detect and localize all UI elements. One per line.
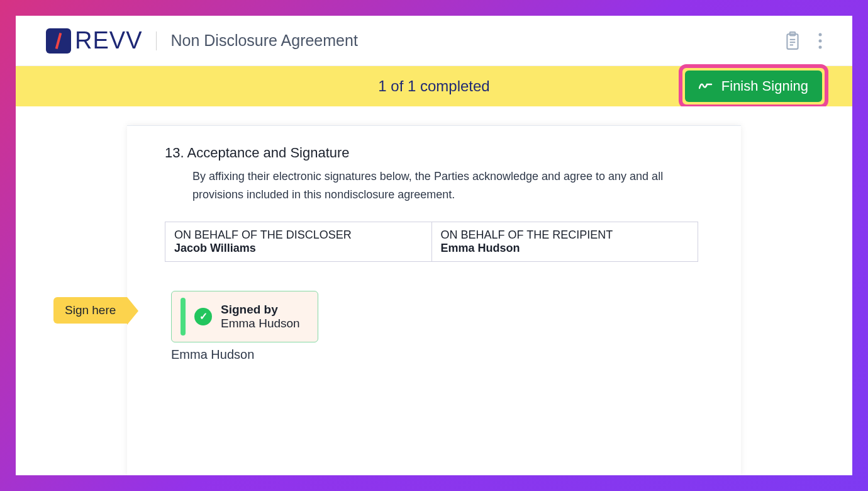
signature-area: Sign here ✓ Signed by Emma Hudson Emma H… — [165, 291, 697, 362]
discloser-cell: ON BEHALF OF THE DISCLOSER Jacob William… — [165, 222, 432, 261]
header: REVV Non Disclosure Agreement — [16, 16, 852, 66]
header-left: REVV Non Disclosure Agreement — [46, 27, 358, 54]
finish-button-highlight: Finish Signing — [679, 64, 828, 108]
document-area: 13. Acceptance and Signature By affixing… — [16, 106, 852, 475]
status-bar: 1 of 1 completed Finish Signing — [16, 66, 852, 106]
signed-box[interactable]: ✓ Signed by Emma Hudson — [171, 291, 318, 342]
logo[interactable]: REVV — [46, 27, 142, 54]
signature-icon — [699, 79, 713, 94]
check-icon: ✓ — [194, 308, 212, 325]
logo-text: REVV — [75, 27, 142, 54]
document-content: 13. Acceptance and Signature By affixing… — [127, 125, 741, 362]
discloser-name: Jacob Williams — [174, 242, 423, 255]
logo-mark-icon — [46, 28, 71, 54]
divider — [156, 31, 157, 50]
status-text: 1 of 1 completed — [378, 77, 489, 95]
signed-indicator-bar — [181, 298, 186, 336]
svg-rect-0 — [787, 34, 798, 49]
recipient-name: Emma Hudson — [441, 242, 689, 255]
more-icon[interactable] — [818, 33, 822, 49]
svg-point-5 — [819, 33, 822, 36]
section-body: By affixing their electronic signatures … — [192, 167, 697, 204]
signer-caption: Emma Hudson — [171, 347, 697, 362]
svg-point-6 — [819, 39, 822, 42]
finish-signing-button[interactable]: Finish Signing — [685, 71, 822, 102]
signature-table: ON BEHALF OF THE DISCLOSER Jacob William… — [165, 222, 698, 262]
signed-by-label: Signed by — [221, 303, 300, 317]
signed-by-name: Emma Hudson — [221, 317, 300, 330]
signed-text: Signed by Emma Hudson — [221, 303, 300, 330]
clipboard-icon[interactable] — [784, 31, 801, 50]
app-container: REVV Non Disclosure Agreement — [16, 16, 852, 475]
document-page: 13. Acceptance and Signature By affixing… — [127, 125, 741, 475]
svg-point-7 — [819, 45, 822, 48]
recipient-label: ON BEHALF OF THE RECIPIENT — [441, 229, 689, 242]
discloser-label: ON BEHALF OF THE DISCLOSER — [174, 229, 423, 242]
document-title: Non Disclosure Agreement — [170, 31, 357, 50]
header-right — [784, 31, 822, 50]
sign-here-tag[interactable]: Sign here — [53, 297, 127, 324]
section-title: 13. Acceptance and Signature — [165, 145, 697, 161]
recipient-cell: ON BEHALF OF THE RECIPIENT Emma Hudson — [431, 222, 698, 261]
finish-signing-label: Finish Signing — [721, 78, 808, 94]
